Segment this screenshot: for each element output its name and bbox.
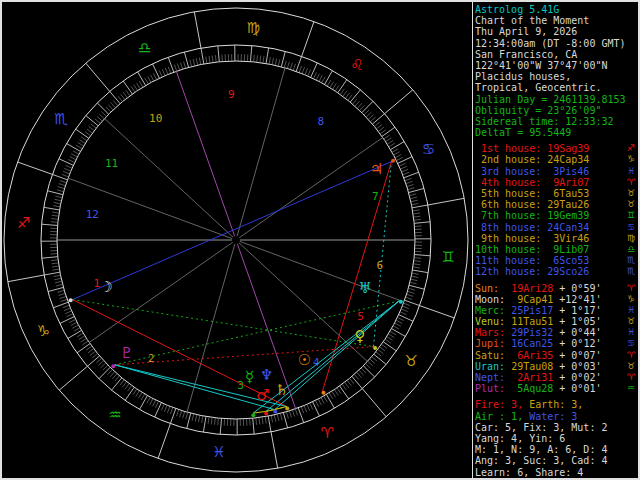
planet-speed: + 0°02' — [553, 372, 601, 383]
sign-icon: ♏ — [627, 255, 635, 266]
summary-line: Yang: 4, Yin: 6 — [475, 433, 636, 444]
planet-speed: + 0°12' — [553, 338, 601, 349]
house-number-3: 3 — [237, 379, 244, 392]
sign-glyph-cancer: ♋ — [422, 140, 435, 158]
zodiac-type: Tropical, Geocentric. — [475, 82, 636, 93]
sign-icon: ♈ — [627, 350, 635, 361]
summary-text: M: 1, N: 9, A: 6, D: 4 — [475, 444, 607, 455]
sign-icon: ♑ — [627, 294, 635, 305]
planet-markers: ♃☽♇☿♂♆♄☉♀♅ — [69, 159, 403, 418]
planet-speed: + 1°05' — [553, 316, 601, 327]
info-panel: Astrolog 5.41G Chart of the Moment Thu A… — [475, 4, 636, 480]
planet-name: Sun: — [475, 283, 511, 294]
chart-wheel: ♈♉♊♋♌♍♎♏♐♑♒♓123456789101112♃☽♇☿♂♆♄☉♀♅ — [2, 2, 470, 478]
sign-icon: ♎ — [627, 244, 635, 255]
planet-name: Uran: — [475, 361, 511, 372]
planet-speed: +12°41' — [553, 294, 601, 305]
planet-position: 2Ari31 — [511, 372, 553, 383]
planet-name: Venu: — [475, 316, 511, 327]
planet-dot-mars — [264, 411, 268, 415]
planet-dot-mercury — [251, 413, 255, 417]
house-row: 10th house: 9Lib07♎ — [475, 244, 636, 255]
planet-row: Mars: 29Pis32 + 0°44'♓ — [475, 327, 636, 338]
house-system: Placidus houses, — [475, 71, 636, 82]
planet-glyph-pluto: ♇ — [120, 344, 133, 362]
sign-icon: ♉ — [627, 188, 635, 199]
sidereal-time: Sidereal time: 12:33:32 — [475, 116, 636, 127]
sign-glyph-scorpio: ♏ — [54, 110, 68, 128]
sign-icon: ♏ — [627, 266, 635, 277]
planet-name: Mars: — [475, 327, 511, 338]
planet-row: Jupi: 16Can25 + 0°12'♋ — [475, 338, 636, 349]
delta-t: DeltaT = 95.5449 — [475, 127, 636, 138]
summary-text: Ang: 3, Suc: 3, Cad: 4 — [475, 455, 607, 466]
house-number-9: 9 — [228, 88, 235, 101]
chart-time: 12:34:00am (DT -8:00 GMT) — [475, 38, 636, 49]
sign-glyph-virgo: ♍ — [247, 19, 260, 37]
planet-position: 11Tau51 — [511, 316, 553, 327]
aspect-squ-line — [73, 300, 287, 407]
planet-speed: + 1°17' — [553, 305, 601, 316]
obliquity: Obliquity = 23°26'09" — [475, 105, 636, 116]
sign-icon: ♍ — [627, 233, 635, 244]
planet-speed: + 0°59' — [553, 283, 601, 294]
house-cusp-text: 9th house: 3Vir46 — [475, 233, 589, 244]
planet-row: Sun: 19Ari28 + 0°59'♈ — [475, 283, 636, 294]
planet-name: Moon: — [475, 294, 511, 305]
planet-dot-uranus — [399, 300, 403, 304]
house-row: 4th house: 9Ari07♈ — [475, 177, 636, 188]
sign-icon: ♋ — [627, 222, 635, 233]
summary-line: Air : 1, Water: 3 — [475, 411, 636, 422]
chart-info: Astrolog 5.41G Chart of the Moment Thu A… — [475, 4, 636, 138]
app-version: Astrolog 5.41G — [475, 4, 636, 15]
planet-dot-sun — [322, 391, 326, 395]
house-cusp-text: 2nd house: 24Cap34 — [475, 154, 589, 165]
house-cusps — [57, 68, 415, 412]
summary-line: Car: 5, Fix: 3, Mut: 2 — [475, 422, 636, 433]
planet-speed: + 0°01' — [553, 383, 601, 394]
sign-icon: ♈ — [627, 372, 635, 383]
house-row: 8th house: 24Can34♋ — [475, 222, 636, 233]
house-cusp-text: 12th house: 29Sco26 — [475, 266, 589, 277]
sign-icon: ♉ — [627, 199, 635, 210]
house-cusp-list: 1st house: 19Sag39♐ 2nd house: 24Cap34♑ … — [475, 143, 636, 277]
house-row: 7th house: 19Gem39♊ — [475, 210, 636, 221]
planet-dot-saturn — [285, 406, 289, 410]
summary-line: Ang: 3, Suc: 3, Cad: 4 — [475, 455, 636, 466]
house-number-8: 8 — [317, 115, 324, 128]
planet-position-list: Sun: 19Ari28 + 0°59'♈Moon: 9Cap41 +12°41… — [475, 283, 636, 395]
planet-row: Venu: 11Tau51 + 1°05'♉ — [475, 316, 636, 327]
planet-dot-jupiter — [391, 159, 395, 163]
planet-position: 19Ari28 — [511, 283, 553, 294]
house-row: 11th house: 6Sco53♏ — [475, 255, 636, 266]
sign-icon: ♑ — [627, 154, 635, 165]
astrolog-window: ♈♉♊♋♌♍♎♏♐♑♒♓123456789101112♃☽♇☿♂♆♄☉♀♅ As… — [0, 0, 640, 480]
house-number-10: 10 — [149, 112, 162, 125]
planet-glyph-sun: ☉ — [298, 351, 311, 369]
sign-glyph-libra: ♎ — [138, 39, 151, 57]
planet-glyph-venus: ♀ — [355, 327, 366, 345]
summary-text: Earth: 3, — [529, 399, 583, 410]
planet-row: Satu: 6Ari35 + 0°07'♈ — [475, 350, 636, 361]
summary-text: Car: 5, Fix: 3, Mut: 2 — [475, 422, 607, 433]
julian-day: Julian Day = 2461139.8153 — [475, 94, 636, 105]
planet-speed: + 0°44' — [553, 327, 601, 338]
planet-dot-neptune — [273, 410, 277, 414]
planet-glyph-neptune: ♆ — [260, 366, 273, 384]
sign-glyph-taurus: ♉ — [404, 352, 417, 370]
summary-line: Learn: 6, Share: 4 — [475, 467, 636, 478]
planet-name: Plut: — [475, 383, 511, 394]
summary-text: Fire: 3, — [475, 399, 529, 410]
aspect-opp-line — [73, 162, 392, 300]
sign-icon: ♓ — [627, 327, 635, 338]
aspect-squ-line — [323, 162, 392, 391]
house-cusp-text: 6th house: 29Tau26 — [475, 199, 589, 210]
planet-row: Plut: 5Aqu28 + 0°01'♒ — [475, 383, 636, 394]
planet-glyph-mars: ♂ — [256, 386, 269, 404]
planet-speed: + 0°03' — [553, 361, 601, 372]
planet-dot-venus — [373, 346, 377, 350]
planet-glyph-moon: ☽ — [100, 278, 113, 296]
planet-dot-moon — [69, 298, 73, 302]
planet-row: Moon: 9Cap41 +12°41'♑ — [475, 294, 636, 305]
planet-row: Nept: 2Ari31 + 0°02'♈ — [475, 372, 636, 383]
